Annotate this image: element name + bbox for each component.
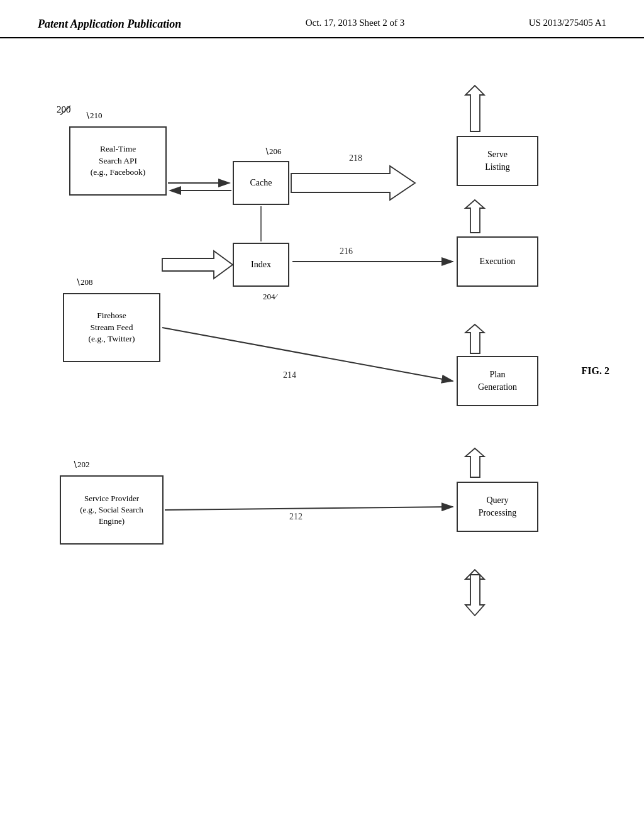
svg-text:212: 212	[289, 512, 303, 521]
svg-text:218: 218	[349, 153, 362, 163]
svg-marker-19	[465, 324, 484, 353]
page-header: Patent Application Publication Oct. 17, …	[0, 0, 644, 38]
box-execution: Execution	[457, 236, 538, 287]
box-service-provider: Service Provider(e.g., Social SearchEngi…	[60, 475, 164, 545]
box-plan-generation: PlanGeneration	[457, 356, 538, 406]
svg-marker-17	[465, 570, 484, 604]
label-206: ∖206	[264, 147, 282, 157]
publication-number: US 2013/275405 A1	[529, 18, 606, 28]
svg-marker-21	[465, 86, 484, 131]
box-query-processing: QueryProcessing	[457, 482, 538, 532]
label-208: ∖208	[75, 277, 93, 287]
svg-marker-18	[465, 448, 484, 477]
box-real-time-search-api: Real-TimeSearch API(e.g., Facebook)	[69, 126, 167, 196]
label-210: ∖210	[85, 111, 103, 121]
publication-date-sheet: Oct. 17, 2013 Sheet 2 of 3	[306, 18, 404, 28]
svg-marker-16	[470, 535, 484, 585]
box-index: Index	[233, 243, 289, 287]
svg-line-14	[162, 328, 453, 381]
svg-text:214: 214	[283, 370, 296, 380]
svg-text:216: 216	[340, 246, 353, 256]
box-cache: Cache	[233, 161, 289, 205]
label-200: 200	[57, 104, 71, 115]
svg-marker-6	[162, 251, 233, 279]
publication-title: Patent Application Publication	[38, 18, 181, 31]
patent-diagram: 200 Real-TimeSearch API(e.g., Facebook) …	[0, 45, 644, 812]
figure-label: FIG. 2	[582, 365, 609, 377]
svg-marker-22	[465, 575, 484, 616]
svg-marker-8	[291, 166, 415, 200]
box-serve-listing: ServeListing	[457, 136, 538, 186]
box-firehose-stream-feed: FirehoseStream Feed(e.g., Twitter)	[63, 293, 160, 362]
svg-marker-20	[465, 200, 484, 233]
label-204: 204∕	[263, 292, 277, 302]
svg-line-12	[165, 507, 453, 510]
label-202: ∖202	[72, 460, 90, 470]
